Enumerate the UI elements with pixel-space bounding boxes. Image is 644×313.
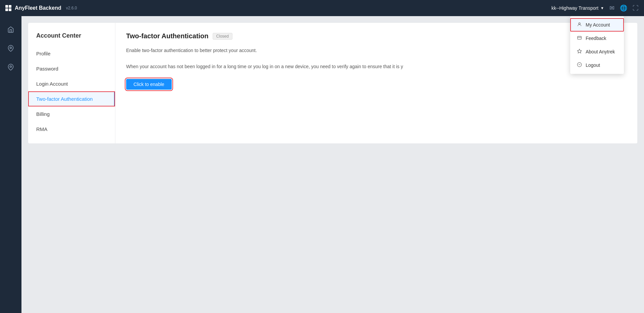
- user-icon: [576, 22, 582, 28]
- left-nav: Account Center Profile Password Login Ac…: [28, 23, 115, 143]
- feedback-label: Feedback: [586, 36, 606, 41]
- my-account-label: My Account: [586, 22, 610, 28]
- left-nav-title: Account Center: [28, 30, 115, 46]
- chevron-down-icon: ▼: [600, 6, 604, 10]
- panel-header: Two-factor Authentication Closed: [126, 32, 627, 40]
- svg-point-2: [579, 23, 580, 25]
- sidebar-item-password[interactable]: Password: [28, 61, 115, 76]
- svg-point-0: [10, 47, 12, 49]
- account-card: Account Center Profile Password Login Ac…: [28, 23, 637, 143]
- logout-label: Logout: [586, 62, 600, 68]
- navbar: AnyFleet Backend v2.6.0 kk--Highway Tran…: [0, 0, 644, 16]
- sidebar-item-profile[interactable]: Profile: [28, 46, 115, 61]
- svg-marker-5: [577, 49, 582, 53]
- mail-icon[interactable]: ✉: [609, 4, 614, 12]
- navbar-right: kk--Highway Transport ▼ ✉ 🌐 ⛶: [551, 4, 639, 12]
- user-name: kk--Highway Transport: [551, 5, 598, 11]
- enable-button[interactable]: Click to enable: [126, 79, 172, 90]
- dropdown-item-my-account[interactable]: My Account: [570, 18, 624, 32]
- feedback-icon: [576, 35, 582, 41]
- status-badge: Closed: [213, 33, 232, 40]
- grid-icon: [5, 5, 11, 11]
- globe-icon[interactable]: 🌐: [620, 4, 627, 12]
- svg-rect-3: [577, 36, 581, 39]
- dropdown-item-logout[interactable]: Logout: [570, 58, 624, 72]
- sidebar: [0, 16, 21, 313]
- right-panel: Two-factor Authentication Closed Enable …: [115, 23, 637, 143]
- panel-desc2: When your account has not been logged in…: [126, 63, 627, 71]
- app-version: v2.6.0: [66, 6, 77, 10]
- main-layout: Account Center Profile Password Login Ac…: [0, 16, 644, 313]
- brand: AnyFleet Backend v2.6.0: [5, 5, 77, 11]
- panel-title: Two-factor Authentication: [126, 32, 209, 40]
- sidebar-item-rma[interactable]: RMA: [28, 122, 115, 137]
- about-icon: [576, 49, 582, 55]
- sidebar-item-billing[interactable]: Billing: [28, 106, 115, 122]
- dropdown-item-about[interactable]: About Anytrek: [570, 45, 624, 58]
- sidebar-item-location2[interactable]: [3, 59, 19, 75]
- dropdown-item-feedback[interactable]: Feedback: [570, 32, 624, 45]
- expand-icon[interactable]: ⛶: [633, 5, 639, 12]
- panel-desc1: Enable two-factor authentication to bett…: [126, 47, 627, 55]
- app-title: AnyFleet Backend: [15, 5, 61, 11]
- svg-point-1: [10, 66, 12, 68]
- logout-icon: [576, 62, 582, 68]
- sidebar-item-home[interactable]: [3, 21, 19, 38]
- content-area: Account Center Profile Password Login Ac…: [21, 16, 644, 313]
- sidebar-item-two-factor[interactable]: Two-factor Authentication: [28, 91, 115, 106]
- dropdown-menu: My Account Feedback About Anytrek Logout: [570, 16, 624, 74]
- sidebar-item-location1[interactable]: [3, 40, 19, 56]
- about-label: About Anytrek: [586, 49, 615, 54]
- user-menu-trigger[interactable]: kk--Highway Transport ▼: [551, 5, 604, 11]
- sidebar-item-login-account[interactable]: Login Account: [28, 76, 115, 91]
